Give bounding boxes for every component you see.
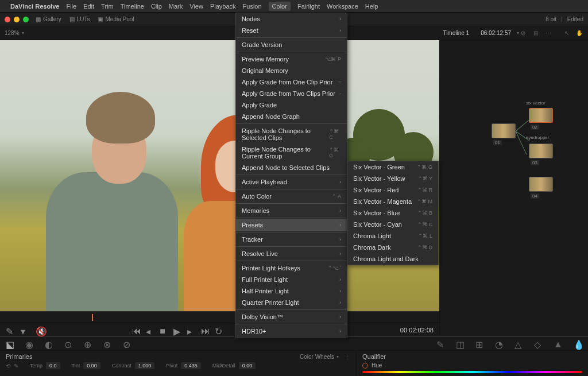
hue-radio[interactable]	[362, 363, 368, 369]
node[interactable]	[529, 108, 553, 123]
chevron-down-icon[interactable]: ▾	[21, 326, 29, 334]
menu-item[interactable]: Grade Version	[236, 39, 347, 51]
timeline-name[interactable]: Timeline 1	[443, 30, 469, 36]
menu-fusion[interactable]: Fusion	[243, 3, 262, 10]
luts-button[interactable]: ▤LUTs	[69, 16, 90, 22]
menu-item[interactable]: HDR10+›	[236, 325, 347, 337]
mediapool-button[interactable]: ▣Media Pool	[98, 16, 134, 22]
minimize-button[interactable]	[14, 17, 20, 22]
hue-spectrum[interactable]	[362, 371, 582, 373]
custom-icon[interactable]: ◐	[45, 339, 54, 348]
menu-item[interactable]: Ripple Node Changes to Selected Clips⌃⌘ …	[236, 125, 347, 144]
pivot-value[interactable]: 0.435	[181, 362, 201, 369]
next-frame-icon[interactable]: ▸	[187, 326, 195, 334]
curves-icon[interactable]: ⬕	[6, 339, 15, 348]
menu-clip[interactable]: Clip	[151, 3, 162, 10]
gallery-button[interactable]: ▦Gallery	[36, 16, 61, 22]
submenu-item[interactable]: Six Vector - Red⌃⌘ R	[347, 184, 438, 196]
menu-item[interactable]: Resolve Live›	[236, 248, 347, 259]
submenu-item[interactable]: Chroma Light⌃⌘ L	[347, 230, 438, 242]
node[interactable]	[529, 144, 553, 158]
key-icon[interactable]: △	[514, 339, 524, 348]
submenu-item[interactable]: Six Vector - Green⌃⌘ G	[347, 161, 438, 173]
submenu-item[interactable]: Chroma Dark⌃⌘ D	[347, 242, 438, 253]
menu-view[interactable]: View	[189, 3, 203, 10]
prev-frame-icon[interactable]: ◂	[146, 326, 154, 334]
first-frame-icon[interactable]: ⏮	[132, 326, 140, 334]
hand-icon[interactable]: ✋	[575, 29, 583, 37]
menu-item[interactable]: Ripple Node Changes to Current Group⌃⌘ G	[236, 144, 347, 162]
eyedropper-icon[interactable]: ✎	[6, 326, 14, 334]
menu-item[interactable]: Apply Grade	[236, 99, 347, 111]
menu-item[interactable]: Active Playhead›	[236, 176, 347, 188]
temp-value[interactable]: 0.0	[46, 362, 60, 369]
menu-item[interactable]: Tracker›	[236, 234, 347, 245]
mid-value[interactable]: 0.00	[239, 362, 256, 369]
menu-item[interactable]: Auto Color⌃ A	[236, 191, 347, 202]
menu-item[interactable]: Original Memory	[236, 65, 347, 76]
drop-icon[interactable]: 💧	[573, 339, 582, 348]
last-frame-icon[interactable]: ⏭	[201, 326, 209, 334]
bypass-icon[interactable]: ⊘	[519, 29, 527, 37]
bars-icon[interactable]: ⊗	[103, 339, 113, 348]
menu-item[interactable]: Full Printer Light›	[236, 274, 347, 285]
vs-icon[interactable]: ⊘	[123, 339, 132, 348]
menu-item[interactable]: Apply Grade from Two Clips Prior-	[236, 88, 347, 99]
log-icon[interactable]: ⊕	[84, 339, 93, 348]
zoom-level[interactable]: 128%	[5, 30, 20, 36]
submenu-item[interactable]: Six Vector - Yellow⌃⌘ Y	[347, 173, 438, 184]
scrubber[interactable]	[0, 311, 439, 323]
menu-workspace[interactable]: Workspace	[327, 3, 358, 10]
menu-item[interactable]: Append Node to Selected Clips	[236, 162, 347, 173]
3d-icon[interactable]: ▲	[554, 339, 563, 348]
wheels-icon[interactable]: ◉	[25, 339, 34, 348]
menu-item[interactable]: Half Printer Light›	[236, 285, 347, 297]
menu-trim[interactable]: Trim	[101, 3, 114, 10]
node[interactable]	[492, 123, 516, 138]
blur-icon[interactable]: ◔	[495, 339, 504, 348]
tracker-icon[interactable]: ⊞	[475, 339, 485, 348]
window-icon[interactable]: ◫	[456, 339, 465, 348]
menu-item[interactable]: Nodes›	[236, 13, 347, 25]
submenu-item[interactable]: Six Vector - Cyan⌃⌘ C	[347, 219, 438, 230]
grid-icon[interactable]: ⊞	[532, 29, 540, 37]
qualifier-icon[interactable]: ✎	[436, 339, 446, 348]
tint-value[interactable]: 0.00	[83, 362, 100, 369]
auto-icon[interactable]: ✎	[14, 363, 18, 369]
menu-item[interactable]: Printer Light Hotkeys⌃⌥ `	[236, 262, 347, 274]
submenu-item[interactable]: Six Vector - Blue⌃⌘ B	[347, 207, 438, 219]
submenu-item[interactable]: Chroma Light and Dark	[347, 253, 438, 265]
menu-item[interactable]: Preview Memory⌥⌘ P	[236, 53, 347, 65]
sizing-icon[interactable]: ◇	[534, 339, 543, 348]
close-button[interactable]	[5, 17, 10, 22]
playhead-marker[interactable]	[92, 314, 93, 321]
timecode-display[interactable]: 06:02:12:57	[481, 30, 511, 36]
mute-icon[interactable]: 🔇	[36, 326, 44, 334]
menu-item[interactable]: Reset›	[236, 25, 347, 36]
menu-item[interactable]: Presets›	[236, 219, 347, 231]
menu-item[interactable]: Dolby Vision™›	[236, 311, 347, 323]
menu-playback[interactable]: Playback	[210, 3, 236, 10]
node[interactable]	[529, 177, 553, 192]
menu-color[interactable]: Color	[269, 2, 291, 11]
more-icon[interactable]: ⋯	[544, 29, 552, 37]
play-icon[interactable]: ▶	[173, 326, 181, 334]
menu-item[interactable]: Quarter Printer Light›	[236, 297, 347, 308]
menu-edit[interactable]: Edit	[83, 3, 94, 10]
loop-icon[interactable]: ↻	[215, 326, 223, 334]
menu-mark[interactable]: Mark	[169, 3, 183, 10]
menu-item[interactable]: Append Node Graph	[236, 111, 347, 122]
menu-help[interactable]: Help	[365, 3, 378, 10]
cursor-icon[interactable]: ↖	[563, 29, 571, 37]
menu-item[interactable]: Memories›	[236, 205, 347, 216]
wheels-mode[interactable]: Color Wheels	[300, 354, 334, 360]
menu-item[interactable]: Apply Grade from One Clip Prior=	[236, 76, 347, 88]
menu-timeline[interactable]: Timeline	[121, 3, 144, 10]
menu-file[interactable]: File	[66, 3, 76, 10]
maximize-button[interactable]	[23, 17, 29, 22]
reset-icon[interactable]: ⟲	[6, 363, 10, 369]
submenu-item[interactable]: Six Vector - Magenta⌃⌘ M	[347, 196, 438, 207]
menu-fairlight[interactable]: Fairlight	[297, 3, 320, 10]
contrast-value[interactable]: 1.000	[135, 362, 155, 369]
node-editor[interactable]: six vector eyedropper 01 02 03 04	[439, 40, 588, 336]
